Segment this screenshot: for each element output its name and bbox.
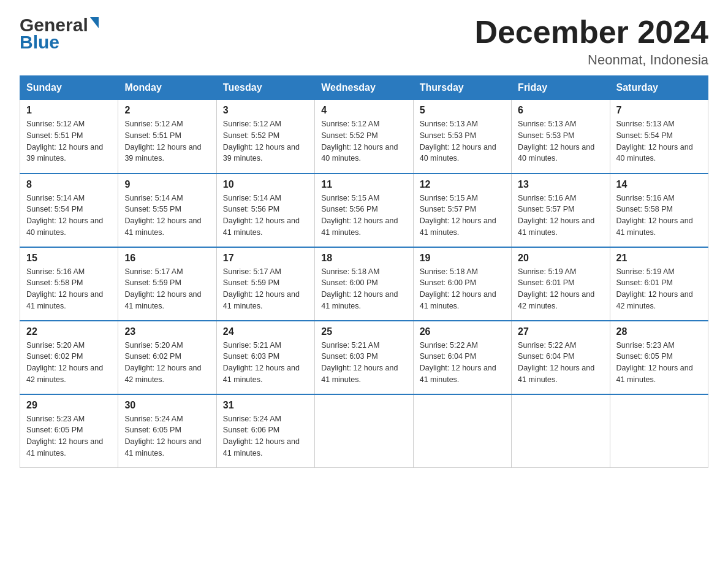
calendar-cell: 20 Sunrise: 5:19 AM Sunset: 6:01 PM Dayl… (512, 247, 610, 321)
day-number: 5 (420, 105, 505, 116)
day-number: 9 (124, 179, 210, 190)
page-header: General Blue December 2024 Neonmat, Indo… (20, 15, 708, 68)
day-number: 3 (223, 105, 308, 116)
day-number: 14 (616, 179, 702, 190)
day-number: 4 (321, 105, 406, 116)
day-info: Sunrise: 5:12 AM Sunset: 5:51 PM Dayligh… (26, 118, 112, 164)
calendar-day-header: Sunday (20, 76, 118, 100)
day-number: 11 (321, 179, 406, 190)
day-info: Sunrise: 5:16 AM Sunset: 5:57 PM Dayligh… (518, 193, 603, 239)
calendar-cell: 3 Sunrise: 5:12 AM Sunset: 5:52 PM Dayli… (216, 100, 314, 174)
calendar-cell: 19 Sunrise: 5:18 AM Sunset: 6:00 PM Dayl… (413, 247, 511, 321)
day-number: 24 (223, 326, 308, 337)
calendar-cell (610, 394, 708, 468)
calendar-cell: 13 Sunrise: 5:16 AM Sunset: 5:57 PM Dayl… (512, 174, 610, 247)
day-info: Sunrise: 5:14 AM Sunset: 5:54 PM Dayligh… (26, 193, 112, 239)
calendar-cell (413, 394, 511, 468)
day-info: Sunrise: 5:13 AM Sunset: 5:53 PM Dayligh… (420, 118, 505, 164)
day-info: Sunrise: 5:12 AM Sunset: 5:52 PM Dayligh… (223, 118, 308, 164)
calendar-cell: 26 Sunrise: 5:22 AM Sunset: 6:04 PM Dayl… (413, 321, 511, 394)
calendar-cell: 29 Sunrise: 5:23 AM Sunset: 6:05 PM Dayl… (20, 394, 118, 468)
calendar-week-row: 1 Sunrise: 5:12 AM Sunset: 5:51 PM Dayli… (20, 100, 708, 174)
calendar-week-row: 8 Sunrise: 5:14 AM Sunset: 5:54 PM Dayli… (20, 174, 708, 247)
day-info: Sunrise: 5:13 AM Sunset: 5:54 PM Dayligh… (616, 118, 702, 164)
day-number: 16 (124, 253, 210, 264)
calendar-cell: 2 Sunrise: 5:12 AM Sunset: 5:51 PM Dayli… (118, 100, 216, 174)
day-info: Sunrise: 5:17 AM Sunset: 5:59 PM Dayligh… (223, 266, 308, 312)
calendar-week-row: 22 Sunrise: 5:20 AM Sunset: 6:02 PM Dayl… (20, 321, 708, 394)
calendar-cell: 1 Sunrise: 5:12 AM Sunset: 5:51 PM Dayli… (20, 100, 118, 174)
day-number: 21 (616, 253, 702, 264)
day-info: Sunrise: 5:22 AM Sunset: 6:04 PM Dayligh… (420, 340, 505, 386)
day-number: 13 (518, 179, 603, 190)
day-info: Sunrise: 5:20 AM Sunset: 6:02 PM Dayligh… (124, 340, 210, 386)
day-number: 8 (26, 179, 112, 190)
day-info: Sunrise: 5:22 AM Sunset: 6:04 PM Dayligh… (518, 340, 603, 386)
day-info: Sunrise: 5:23 AM Sunset: 6:05 PM Dayligh… (26, 413, 112, 459)
day-number: 23 (124, 326, 210, 337)
calendar-day-header: Monday (118, 76, 216, 100)
day-info: Sunrise: 5:18 AM Sunset: 6:00 PM Dayligh… (321, 266, 406, 312)
calendar-cell: 30 Sunrise: 5:24 AM Sunset: 6:05 PM Dayl… (118, 394, 216, 468)
day-number: 30 (124, 400, 210, 411)
logo-blue: Blue (20, 32, 59, 53)
day-number: 17 (223, 253, 308, 264)
calendar-day-header: Tuesday (216, 76, 314, 100)
day-number: 12 (420, 179, 505, 190)
day-info: Sunrise: 5:15 AM Sunset: 5:57 PM Dayligh… (420, 193, 505, 239)
calendar-cell: 25 Sunrise: 5:21 AM Sunset: 6:03 PM Dayl… (315, 321, 413, 394)
day-number: 7 (616, 105, 702, 116)
day-info: Sunrise: 5:19 AM Sunset: 6:01 PM Dayligh… (518, 266, 603, 312)
page-subtitle: Neonmat, Indonesia (474, 52, 708, 68)
day-info: Sunrise: 5:12 AM Sunset: 5:52 PM Dayligh… (321, 118, 406, 164)
calendar-cell: 24 Sunrise: 5:21 AM Sunset: 6:03 PM Dayl… (216, 321, 314, 394)
day-number: 1 (26, 105, 112, 116)
day-info: Sunrise: 5:14 AM Sunset: 5:55 PM Dayligh… (124, 193, 210, 239)
day-info: Sunrise: 5:14 AM Sunset: 5:56 PM Dayligh… (223, 193, 308, 239)
day-info: Sunrise: 5:19 AM Sunset: 6:01 PM Dayligh… (616, 266, 702, 312)
calendar-cell: 22 Sunrise: 5:20 AM Sunset: 6:02 PM Dayl… (20, 321, 118, 394)
calendar-cell: 11 Sunrise: 5:15 AM Sunset: 5:56 PM Dayl… (315, 174, 413, 247)
day-number: 29 (26, 400, 112, 411)
calendar-cell: 18 Sunrise: 5:18 AM Sunset: 6:00 PM Dayl… (315, 247, 413, 321)
day-number: 26 (420, 326, 505, 337)
calendar-cell: 28 Sunrise: 5:23 AM Sunset: 6:05 PM Dayl… (610, 321, 708, 394)
calendar-cell: 8 Sunrise: 5:14 AM Sunset: 5:54 PM Dayli… (20, 174, 118, 247)
day-number: 10 (223, 179, 308, 190)
day-number: 6 (518, 105, 603, 116)
logo-arrow-icon (90, 17, 99, 28)
day-number: 31 (223, 400, 308, 411)
day-info: Sunrise: 5:24 AM Sunset: 6:06 PM Dayligh… (223, 413, 308, 459)
calendar-cell: 21 Sunrise: 5:19 AM Sunset: 6:01 PM Dayl… (610, 247, 708, 321)
day-number: 15 (26, 253, 112, 264)
calendar-cell: 12 Sunrise: 5:15 AM Sunset: 5:57 PM Dayl… (413, 174, 511, 247)
day-info: Sunrise: 5:20 AM Sunset: 6:02 PM Dayligh… (26, 340, 112, 386)
calendar-cell: 5 Sunrise: 5:13 AM Sunset: 5:53 PM Dayli… (413, 100, 511, 174)
calendar-day-header: Saturday (610, 76, 708, 100)
calendar-cell: 31 Sunrise: 5:24 AM Sunset: 6:06 PM Dayl… (216, 394, 314, 468)
calendar-cell: 27 Sunrise: 5:22 AM Sunset: 6:04 PM Dayl… (512, 321, 610, 394)
calendar-table: SundayMondayTuesdayWednesdayThursdayFrid… (20, 75, 708, 468)
calendar-cell: 16 Sunrise: 5:17 AM Sunset: 5:59 PM Dayl… (118, 247, 216, 321)
calendar-day-header: Friday (512, 76, 610, 100)
page-title: December 2024 (474, 15, 708, 50)
calendar-cell: 10 Sunrise: 5:14 AM Sunset: 5:56 PM Dayl… (216, 174, 314, 247)
day-info: Sunrise: 5:24 AM Sunset: 6:05 PM Dayligh… (124, 413, 210, 459)
title-area: December 2024 Neonmat, Indonesia (474, 15, 708, 68)
calendar-cell: 15 Sunrise: 5:16 AM Sunset: 5:58 PM Dayl… (20, 247, 118, 321)
day-info: Sunrise: 5:23 AM Sunset: 6:05 PM Dayligh… (616, 340, 702, 386)
day-info: Sunrise: 5:18 AM Sunset: 6:00 PM Dayligh… (420, 266, 505, 312)
day-info: Sunrise: 5:13 AM Sunset: 5:53 PM Dayligh… (518, 118, 603, 164)
day-number: 25 (321, 326, 406, 337)
calendar-cell: 17 Sunrise: 5:17 AM Sunset: 5:59 PM Dayl… (216, 247, 314, 321)
calendar-day-header: Wednesday (315, 76, 413, 100)
calendar-day-header: Thursday (413, 76, 511, 100)
logo: General Blue (20, 15, 99, 53)
calendar-cell: 9 Sunrise: 5:14 AM Sunset: 5:55 PM Dayli… (118, 174, 216, 247)
day-number: 27 (518, 326, 603, 337)
day-info: Sunrise: 5:16 AM Sunset: 5:58 PM Dayligh… (26, 266, 112, 312)
day-info: Sunrise: 5:17 AM Sunset: 5:59 PM Dayligh… (124, 266, 210, 312)
calendar-header-row: SundayMondayTuesdayWednesdayThursdayFrid… (20, 76, 708, 100)
calendar-cell: 14 Sunrise: 5:16 AM Sunset: 5:58 PM Dayl… (610, 174, 708, 247)
calendar-cell: 6 Sunrise: 5:13 AM Sunset: 5:53 PM Dayli… (512, 100, 610, 174)
